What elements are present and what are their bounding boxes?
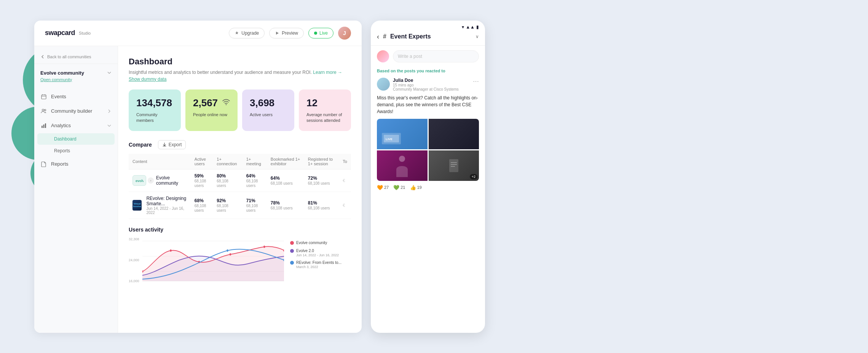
legend-evolve2: Evolve 2.0 Jun 14, 2022 - Jun 16, 2022	[290, 248, 351, 257]
presentation-icon: LIVE	[380, 131, 403, 146]
post-menu-button[interactable]: ⋯	[473, 78, 479, 85]
evolve-dot	[170, 249, 171, 252]
y-label-mid: 24,000	[129, 258, 139, 262]
chart-container: 32,308 24,000 16,000	[129, 237, 351, 287]
header-actions: Upgrade Preview Live J	[229, 27, 351, 40]
row1-bookmarked-pct: 64%	[271, 176, 300, 181]
status-signal-icon: ▲▲	[466, 24, 475, 30]
preview-label: Preview	[282, 30, 298, 36]
status-battery-icon: ▮	[476, 24, 479, 30]
channel-chevron-icon: ∨	[475, 34, 479, 39]
evolve-dot	[263, 246, 265, 248]
table-row: VirtualInvolve REvolve: Designing Smarte…	[129, 192, 351, 219]
col-content: Content	[129, 154, 191, 169]
reaction-thumbsup[interactable]: 👍 19	[410, 185, 422, 190]
svg-rect-20	[449, 159, 458, 172]
post-image-4: +2	[429, 150, 479, 181]
dashboard-title: Dashboard	[129, 57, 351, 67]
author-avatar	[377, 78, 390, 91]
mobile-panel: ▾ ▲▲ ▮ ‹ # Event Experts ∨ Write a post …	[371, 21, 485, 333]
calendar-icon	[40, 93, 47, 100]
post-author: Julia Doe 15 mins ago Community Manager …	[377, 78, 479, 91]
sidebar-nav: Events Community builder	[34, 85, 118, 176]
users-icon	[40, 108, 47, 115]
activity-title: Users activity	[129, 227, 351, 233]
back-communities-link[interactable]: Back to all communities	[34, 52, 118, 64]
sidebar-sub-reports[interactable]: Reports	[37, 145, 115, 157]
live-label: Live	[319, 30, 328, 36]
sidebar-analytics-label: Analytics	[51, 123, 71, 128]
book-icon	[448, 158, 460, 173]
author-role: Community Manager at Cisco Systems	[393, 87, 470, 91]
mobile-channel-header: ‹ # Event Experts ∨	[371, 31, 485, 46]
author-name: Julia Doe	[393, 78, 470, 83]
preview-button[interactable]: Preview	[269, 28, 304, 38]
legend-revolve: REvolve: From Events to... March 3, 2022	[290, 260, 351, 269]
mobile-content: Write a post Based on the posts you reac…	[371, 46, 485, 333]
col-connection: 1+ connection	[213, 154, 242, 169]
sidebar-item-community-builder[interactable]: Community builder	[34, 104, 118, 118]
legend-evolve: Evolve community	[290, 240, 351, 245]
svg-rect-1	[41, 95, 46, 99]
row2-registered-pct: 81%	[308, 200, 335, 206]
sidebar-item-events[interactable]: Events	[34, 89, 118, 104]
row2-bookmarked-pct: 78%	[271, 200, 300, 206]
svg-rect-7	[41, 126, 43, 128]
row1-active: 59% 68,108 users	[191, 169, 213, 192]
main-content: Dashboard Insightful metrics and analyti…	[118, 46, 362, 333]
row2-connection-pct: 92%	[217, 198, 238, 203]
reaction-green-heart[interactable]: 💚 21	[393, 185, 405, 190]
evolve-legend-dot	[290, 241, 294, 245]
row2-meeting-count: 68,108 users	[246, 204, 258, 212]
sidebar-item-reports[interactable]: Reports	[34, 157, 118, 171]
community-name[interactable]: Evolve community	[40, 70, 112, 76]
magic-icon	[235, 31, 239, 35]
logo-studio: Studio	[79, 31, 91, 35]
row2-connection-count: 68,108 users	[217, 204, 228, 212]
compare-label: Compare	[129, 142, 152, 148]
show-dummy-link[interactable]: Show dummy data	[129, 77, 351, 82]
stat-online-value: 2,567	[193, 97, 218, 109]
status-wifi-icon: ▾	[462, 24, 464, 30]
file-icon	[40, 161, 47, 168]
avatar[interactable]: J	[338, 27, 351, 40]
learn-more-link[interactable]: Learn more →	[313, 70, 342, 75]
row2-meeting-pct: 71%	[246, 198, 263, 203]
row2-total: €	[339, 192, 351, 219]
stat-sessions-label: Average number of sessions attended	[306, 112, 343, 124]
write-post-input[interactable]: Write a post	[393, 50, 479, 62]
open-community-link[interactable]: Open community	[40, 77, 112, 82]
compare-section: Compare Export Content Active users 1+ c…	[129, 140, 351, 219]
row1-registered: 72% 68,108 users	[304, 169, 339, 192]
post-image-2	[429, 119, 479, 149]
row1-connection-count: 68,108 users	[217, 179, 228, 188]
author-time: 15 mins ago	[393, 83, 413, 87]
post-image-3	[377, 150, 428, 181]
channel-title: Event Experts	[390, 33, 472, 40]
speaker-silhouette	[394, 154, 410, 177]
row2-active: 68% 68,108 users	[191, 192, 213, 219]
studio-header: swapcard Studio Upgrade Preview Live J	[34, 21, 362, 46]
row1-active-pct: 59%	[195, 173, 209, 179]
upgrade-button[interactable]: Upgrade	[229, 28, 265, 38]
back-icon	[40, 54, 45, 59]
thumbsup-emoji: 👍	[410, 185, 416, 190]
mobile-back-button[interactable]: ‹	[377, 33, 379, 41]
live-button[interactable]: Live	[308, 28, 333, 38]
live-dot	[314, 32, 317, 35]
mobile-status-bar: ▾ ▲▲ ▮	[371, 21, 485, 31]
sidebar-community-builder-label: Community builder	[51, 108, 92, 114]
row2-content: VirtualInvolve REvolve: Designing Smarte…	[129, 192, 191, 219]
export-button[interactable]: Export	[158, 140, 186, 149]
legend-evolve-label: Evolve community	[296, 240, 327, 245]
reaction-heart[interactable]: 🧡 27	[377, 185, 389, 190]
chevron-down-icon	[107, 70, 112, 75]
sidebar: Back to all communities Evolve community…	[34, 46, 118, 333]
channel-hash-icon: #	[383, 33, 386, 40]
sidebar-sub-dashboard[interactable]: Dashboard	[37, 133, 115, 145]
row1-content: evolve › Evolve community	[129, 169, 191, 192]
evolve-logo-svg: evolve	[135, 177, 144, 184]
evolve-dot	[229, 253, 231, 256]
post-card: Julia Doe 15 mins ago Community Manager …	[377, 78, 479, 190]
sidebar-item-analytics[interactable]: Analytics	[34, 118, 118, 133]
